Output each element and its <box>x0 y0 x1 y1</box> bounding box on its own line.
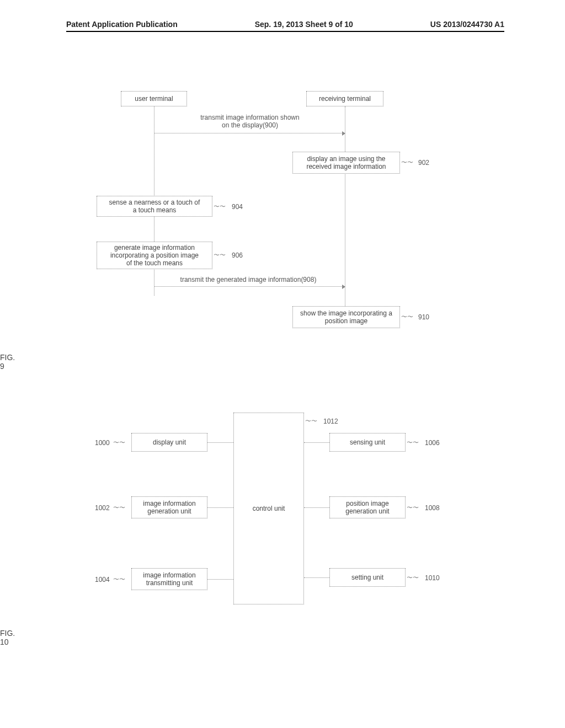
page-header: Patent Application Publication Sep. 19, … <box>66 20 504 29</box>
leader-906: 〜〜 <box>214 251 226 259</box>
msg-900-text: transmit image information shown on the … <box>181 114 319 129</box>
publication-number: US 2013/0244730 A1 <box>430 20 504 29</box>
ref-1000: 1000 <box>95 439 110 447</box>
user-terminal-box: user terminal <box>121 91 187 106</box>
leader-1000: 〜〜 <box>113 438 125 447</box>
connector-1004 <box>207 579 233 580</box>
display-unit-text: display unit <box>153 438 186 446</box>
leader-1010: 〜〜 <box>407 574 419 582</box>
connector-1006 <box>304 442 329 443</box>
ref-910: 910 <box>418 313 429 321</box>
box-902: display an image using the received imag… <box>292 152 400 174</box>
image-info-tx-box: image information transmitting unit <box>131 568 207 590</box>
box-906: generate image information incorporating… <box>97 242 212 269</box>
connector-1010 <box>304 577 329 578</box>
display-unit-box: display unit <box>131 433 207 452</box>
ref-1010: 1010 <box>425 574 440 582</box>
ref-902: 902 <box>418 159 429 167</box>
box-902-text: display an image using the received imag… <box>306 155 386 170</box>
ref-906: 906 <box>232 251 243 259</box>
position-image-gen-text: position image generation unit <box>345 500 389 515</box>
publication-label: Patent Application Publication <box>66 20 178 29</box>
box-910-text: show the image incorporating a position … <box>300 309 392 325</box>
connector-1008 <box>304 507 329 508</box>
leader-1012: 〜〜 <box>305 417 317 425</box>
box-904-text: sense a nearness or a touch of a touch m… <box>109 199 200 214</box>
header-rule <box>66 31 504 32</box>
setting-unit-box: setting unit <box>329 568 406 587</box>
msg-908-arrow <box>154 286 345 287</box>
leader-910: 〜〜 <box>401 313 413 321</box>
ref-1012: 1012 <box>323 417 338 425</box>
leader-902: 〜〜 <box>401 158 413 167</box>
ref-1006: 1006 <box>425 439 440 447</box>
leader-1002: 〜〜 <box>113 504 125 512</box>
ref-1008: 1008 <box>425 504 440 512</box>
ref-904: 904 <box>232 203 243 211</box>
connector-1000 <box>207 442 233 443</box>
user-terminal-label: user terminal <box>135 95 173 103</box>
receiving-terminal-label: receiving terminal <box>319 95 371 103</box>
image-info-gen-box: image information generation unit <box>131 496 207 518</box>
position-image-gen-box: position image generation unit <box>329 496 406 518</box>
sheet-label: Sep. 19, 2013 Sheet 9 of 10 <box>255 20 353 29</box>
leader-1004: 〜〜 <box>113 575 125 584</box>
ref-1004: 1004 <box>95 576 110 584</box>
setting-unit-text: setting unit <box>351 574 383 581</box>
box-906-text: generate image information incorporating… <box>110 244 199 267</box>
leader-904: 〜〜 <box>214 202 226 211</box>
connector-904-906 <box>154 217 154 242</box>
leader-1006: 〜〜 <box>407 438 419 447</box>
box-910: show the image incorporating a position … <box>292 306 400 328</box>
receiving-terminal-lifeline <box>345 106 345 311</box>
connector-1002 <box>207 507 233 508</box>
image-info-gen-text: image information generation unit <box>143 500 195 515</box>
control-unit-text: control unit <box>253 505 285 512</box>
receiving-terminal-box: receiving terminal <box>306 91 383 106</box>
box-904: sense a nearness or a touch of a touch m… <box>97 196 212 217</box>
msg-908-text: transmit the generated image information… <box>160 276 337 283</box>
image-info-tx-text: image information transmitting unit <box>143 571 195 587</box>
sensing-unit-box: sensing unit <box>329 433 406 452</box>
control-unit-box: control unit <box>233 413 304 604</box>
leader-1008: 〜〜 <box>407 504 419 512</box>
sensing-unit-text: sensing unit <box>350 438 385 446</box>
ref-1002: 1002 <box>95 504 110 512</box>
msg-900-arrow <box>154 133 345 133</box>
